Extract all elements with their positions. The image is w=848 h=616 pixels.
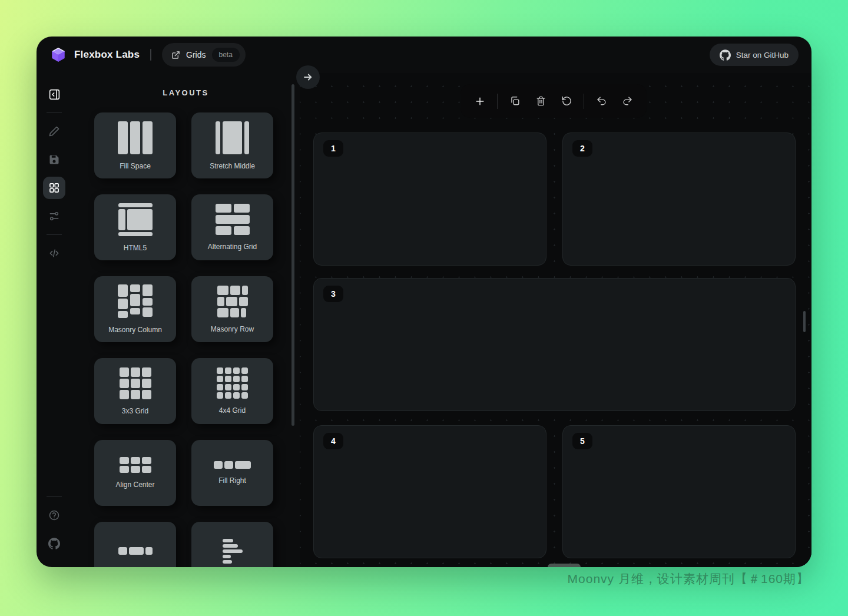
masonry-row-icon: [217, 286, 248, 317]
edit-pencil-icon: [48, 125, 60, 137]
layout-card-label: Alternating Grid: [208, 243, 257, 251]
delete-button[interactable]: [529, 90, 552, 112]
beta-badge: beta: [212, 48, 240, 62]
collapse-panel-icon: [48, 88, 61, 101]
grid-item-4[interactable]: 4: [313, 425, 546, 558]
github-icon: [48, 538, 60, 549]
layout-card-stretch-middle[interactable]: Stretch Middle: [191, 112, 273, 178]
layout-card-label: Masonry Row: [211, 325, 254, 333]
alternating-grid-icon: [216, 204, 250, 235]
layout-card-fill-space[interactable]: Fill Space: [94, 112, 176, 178]
layouts-scrollbar[interactable]: [292, 84, 294, 426]
layout-card-partial-left[interactable]: [94, 522, 176, 567]
layout-cards-grid: Fill Space Stretch Middle: [94, 112, 273, 567]
grid-item-2[interactable]: 2: [562, 133, 796, 266]
grids-nav-pill[interactable]: Grids beta: [162, 43, 246, 67]
arrow-right-icon: [303, 72, 313, 82]
page-background: Flexbox Labs Grids beta Star: [0, 0, 848, 616]
layout-card-alternating-grid[interactable]: Alternating Grid: [191, 194, 273, 260]
undo-button[interactable]: [590, 90, 612, 112]
edit-button[interactable]: [43, 120, 65, 143]
layouts-panel: LAYOUTS Fill Space Stretch Middle: [72, 73, 300, 567]
align-center-icon: [120, 457, 151, 473]
fill-right-icon: [214, 461, 251, 469]
layout-card-label: Fill Right: [218, 476, 246, 485]
fill-middle-icon: [118, 547, 153, 555]
save-icon: [48, 154, 60, 165]
stretch-middle-icon: [216, 121, 249, 154]
stacked-bars-icon: [223, 539, 243, 564]
star-on-github-button[interactable]: Star on GitHub: [710, 44, 799, 66]
grid-item-3[interactable]: 3: [313, 278, 796, 411]
layout-card-html5[interactable]: HTML5: [94, 194, 176, 260]
rail-divider: [47, 112, 62, 113]
reset-icon: [561, 95, 572, 107]
redo-button[interactable]: [616, 90, 638, 112]
cube-logo-icon: [49, 46, 67, 64]
layout-card-label: HTML5: [124, 244, 147, 252]
header-divider: [150, 49, 151, 61]
code-icon: [48, 247, 60, 259]
watermark-text: Moonvy 月维，设计素材周刊【＃160期】: [568, 571, 809, 587]
grid-item-number: 2: [572, 140, 592, 157]
undo-icon: [596, 95, 607, 107]
settings-sliders-icon: [48, 210, 60, 222]
layout-card-label: 3x3 Grid: [122, 407, 148, 415]
reset-button[interactable]: [555, 90, 578, 112]
layout-card-fill-right[interactable]: Fill Right: [191, 440, 273, 506]
grids-label: Grids: [186, 50, 206, 59]
save-button[interactable]: [43, 148, 65, 171]
brand-title: Flexbox Labs: [74, 49, 140, 61]
grid-item-number: 5: [572, 433, 592, 449]
layouts-panel-title: LAYOUTS: [72, 88, 300, 97]
collapse-panel-button[interactable]: [43, 83, 65, 105]
layout-card-label: Stretch Middle: [210, 162, 255, 170]
grid-item-number: 1: [323, 140, 343, 157]
bottom-bar-sliver: [548, 564, 581, 567]
canvas: 1 2 3 4 5: [300, 73, 811, 567]
grid-item-1[interactable]: 1: [313, 133, 546, 266]
layout-card-partial-right[interactable]: [191, 522, 273, 567]
layout-card-masonry-column[interactable]: Masonry Column: [94, 276, 176, 342]
sidebar-rail: [37, 73, 72, 567]
grid-item-number: 3: [323, 286, 343, 302]
layouts-tab-button[interactable]: [43, 177, 65, 199]
github-icon: [720, 49, 731, 61]
canvas-scrollbar[interactable]: [803, 311, 806, 332]
fill-space-icon: [118, 121, 153, 154]
canvas-toolbar: [461, 84, 647, 118]
layout-card-masonry-row[interactable]: Masonry Row: [191, 276, 273, 342]
layout-card-align-center[interactable]: Align Center: [94, 440, 176, 506]
github-link-button[interactable]: [43, 532, 65, 555]
toolbar-separator: [497, 94, 498, 109]
layout-card-label: Masonry Column: [108, 326, 162, 334]
duplicate-button[interactable]: [504, 90, 526, 112]
help-icon: [48, 509, 60, 521]
grid-4x4-icon: [217, 367, 248, 399]
grid-3x3-icon: [120, 367, 151, 399]
layout-card-4x4-grid[interactable]: 4x4 Grid: [191, 358, 273, 424]
layout-card-label: Align Center: [115, 481, 154, 489]
layout-card-label: 4x4 Grid: [219, 406, 246, 415]
grid-item-5[interactable]: 5: [562, 425, 796, 558]
add-item-button[interactable]: [469, 90, 491, 112]
redo-icon: [622, 95, 633, 107]
code-view-button[interactable]: [43, 242, 65, 264]
trash-icon: [535, 95, 546, 107]
rail-divider: [47, 234, 62, 235]
rail-divider: [47, 496, 62, 497]
layout-card-label: Fill Space: [120, 162, 151, 170]
external-link-icon: [171, 51, 180, 59]
toolbar-separator: [584, 94, 584, 109]
star-on-github-label: Star on GitHub: [736, 51, 789, 59]
panel-toggle-button[interactable]: [296, 65, 320, 89]
grid-item-number: 4: [323, 433, 343, 449]
app-window: Flexbox Labs Grids beta Star: [37, 37, 811, 567]
layout-card-3x3-grid[interactable]: 3x3 Grid: [94, 358, 176, 424]
settings-button[interactable]: [43, 205, 65, 227]
plus-icon: [474, 95, 486, 107]
html5-layout-icon: [118, 203, 153, 236]
duplicate-icon: [509, 95, 521, 107]
help-button[interactable]: [43, 504, 65, 526]
header: Flexbox Labs Grids beta Star: [37, 37, 811, 73]
